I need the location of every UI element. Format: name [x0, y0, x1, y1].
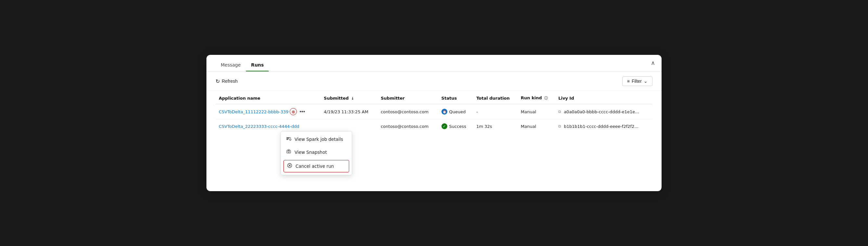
copy-icon: ⧉ — [558, 124, 561, 129]
copy-icon: ⧉ — [558, 109, 561, 114]
snapshot-icon — [286, 149, 291, 155]
collapse-button[interactable]: ∧ — [651, 59, 655, 67]
tab-message[interactable]: Message — [216, 58, 246, 71]
runs-table-container: Application name Submitted ↓ Submitter S… — [207, 91, 661, 140]
menu-item-spark-label: View Spark job details — [294, 137, 343, 142]
cancel-circle-icon — [287, 163, 292, 169]
chevron-down-icon: ⌄ — [644, 78, 648, 84]
tabs-bar: Message Runs ∧ — [207, 55, 661, 72]
run-kind-info-icon: ⓘ — [544, 96, 548, 101]
svg-point-6 — [288, 151, 290, 152]
svg-point-3 — [290, 139, 291, 141]
menu-item-cancel-label: Cancel active run — [296, 164, 334, 169]
refresh-label: Refresh — [222, 78, 238, 84]
runs-table: Application name Submitted ↓ Submitter S… — [216, 91, 652, 133]
sort-icon: ↓ — [351, 96, 354, 101]
main-window: Message Runs ∧ ↻ Refresh ≡ Filter ⌄ Appl… — [207, 55, 661, 191]
context-menu: View Spark job details View Snapshot C — [281, 131, 352, 175]
collapse-icon: ∧ — [651, 60, 655, 66]
row1-submitted: 4/19/23 11:33:25 AM — [320, 104, 377, 119]
table-row: CSVToDelta_11112222-bbbb-339 ⊗ ••• 4/19/… — [216, 104, 652, 119]
queued-status-icon: ⏰ — [441, 109, 447, 114]
row2-submitter: contoso@contoso.com — [377, 119, 438, 133]
col-app-name: Application name — [216, 91, 320, 104]
col-status: Status — [438, 91, 473, 104]
row1-run-kind: Manual — [518, 104, 555, 119]
col-submitted: Submitted ↓ — [320, 91, 377, 104]
svg-rect-2 — [286, 139, 288, 140]
filter-button[interactable]: ≡ Filter ⌄ — [622, 76, 652, 86]
table-row: CSVToDelta_22223333-cccc-4444-ddd contos… — [216, 119, 652, 133]
row1-duration: - — [473, 104, 518, 119]
row1-app-link[interactable]: CSVToDelta_11112222-bbbb-339 — [219, 109, 288, 114]
row1-app-name-cell: CSVToDelta_11112222-bbbb-339 ⊗ ••• — [216, 104, 320, 119]
row1-status-text: Queued — [449, 109, 466, 114]
row2-livy-id-text: b1b1b1b1-cccc-dddd-eeee-f2f2f2... — [564, 124, 638, 129]
row1-submitter: contoso@contoso.com — [377, 104, 438, 119]
row2-livy-id: ⧉ b1b1b1b1-cccc-dddd-eeee-f2f2f2... — [555, 119, 652, 133]
row1-status: ⏰ Queued — [438, 104, 473, 119]
menu-item-view-snapshot[interactable]: View Snapshot — [281, 146, 352, 159]
row2-status-text: Success — [449, 124, 466, 129]
row2-status: ✓ Success — [438, 119, 473, 133]
tab-runs[interactable]: Runs — [246, 58, 269, 71]
col-run-kind: Run kind ⓘ — [518, 91, 555, 104]
menu-item-snapshot-label: View Snapshot — [294, 150, 327, 155]
row1-livy-id-text: a0a0a0a0-bbbb-cccc-dddd-e1e1e... — [564, 109, 639, 114]
row2-app-link[interactable]: CSVToDelta_22223333-cccc-4444-ddd — [219, 124, 300, 129]
svg-rect-5 — [287, 150, 291, 153]
col-submitter: Submitter — [377, 91, 438, 104]
row2-duration: 1m 32s — [473, 119, 518, 133]
menu-item-view-spark[interactable]: View Spark job details — [281, 133, 352, 146]
row2-run-kind: Manual — [518, 119, 555, 133]
close-circle-icon: ⊗ — [291, 109, 295, 114]
filter-label: Filter — [632, 78, 642, 84]
refresh-button[interactable]: ↻ Refresh — [216, 78, 238, 84]
row1-livy-id: ⧉ a0a0a0a0-bbbb-cccc-dddd-e1e1e... — [555, 104, 652, 119]
success-status-icon: ✓ — [441, 123, 447, 129]
more-icon: ••• — [300, 109, 305, 114]
row1-cancel-icon-btn[interactable]: ⊗ — [290, 108, 297, 115]
spark-icon — [286, 136, 291, 142]
filter-icon: ≡ — [627, 78, 630, 84]
svg-rect-0 — [286, 137, 290, 138]
svg-rect-7 — [288, 150, 290, 150]
svg-rect-1 — [286, 138, 289, 139]
menu-item-cancel-run[interactable]: Cancel active run — [283, 160, 349, 172]
row1-more-button[interactable]: ••• — [298, 108, 306, 115]
col-livy-id: Livy Id — [555, 91, 652, 104]
refresh-icon: ↻ — [216, 78, 220, 84]
toolbar: ↻ Refresh ≡ Filter ⌄ — [207, 72, 661, 91]
col-duration: Total duration — [473, 91, 518, 104]
table-header-row: Application name Submitted ↓ Submitter S… — [216, 91, 652, 104]
